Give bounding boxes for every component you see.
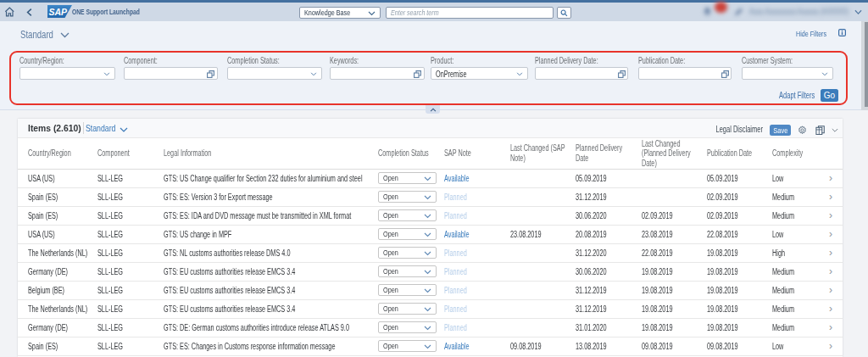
svg-text:SAP: SAP <box>49 7 69 17</box>
